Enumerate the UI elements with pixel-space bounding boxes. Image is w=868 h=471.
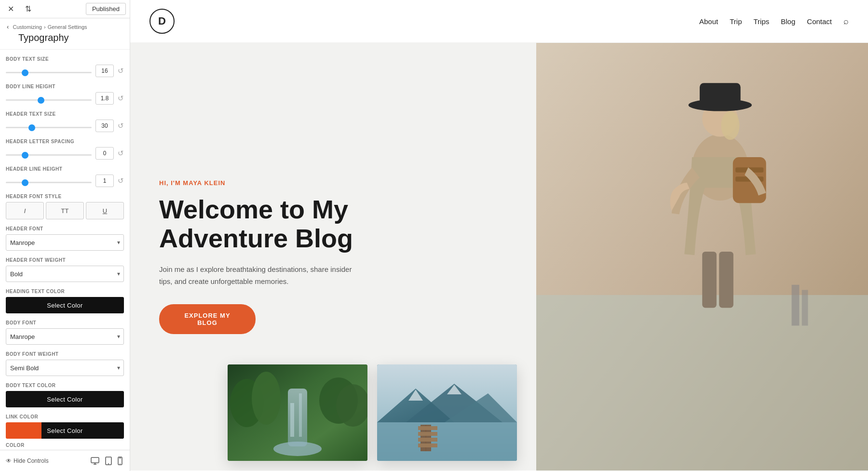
swap-button[interactable]: ⇅	[21, 2, 35, 16]
nav-link-blog[interactable]: Blog	[781, 17, 795, 26]
hero-title: Welcome to My Adventure Blog	[159, 195, 400, 253]
breadcrumb-sep1: ›	[44, 24, 46, 30]
header-font-weight-label: HEADER FONT WEIGHT	[6, 257, 124, 263]
header-letter-spacing-slider-container	[6, 149, 92, 158]
hero-subtitle: Join me as I explore breathtaking destin…	[159, 263, 352, 288]
bottom-cards	[228, 364, 517, 461]
body-text-size-reset[interactable]: ↺	[118, 67, 124, 75]
header-line-height-row: 1 ↺	[6, 175, 124, 187]
header-text-size-row: 30 ↺	[6, 120, 124, 132]
body-text-size-label: BODY TEXT SIZE	[6, 56, 124, 62]
hide-controls-button[interactable]: 👁 Hide Controls	[6, 458, 49, 464]
body-font-weight-label: BODY FONT WEIGHT	[6, 351, 124, 357]
nav-link-about[interactable]: About	[699, 17, 718, 26]
card-image-1	[228, 364, 367, 461]
close-button[interactable]: ✕	[4, 2, 17, 16]
breadcrumb-parent1: Customizing	[13, 24, 42, 30]
svg-rect-23	[377, 422, 517, 461]
header-font-weight-select-wrapper: ThinLightRegularSemi BoldBoldExtra Bold …	[6, 266, 124, 282]
body-line-height-slider[interactable]	[6, 99, 92, 101]
svg-rect-37	[699, 83, 740, 108]
site-logo: D	[149, 9, 175, 34]
body-text-color-btn[interactable]: Select Color	[6, 391, 124, 407]
body-font-weight-select[interactable]: ThinLightRegularSemi BoldBold	[6, 360, 124, 376]
published-button[interactable]: Published	[86, 3, 126, 15]
tablet-device-button[interactable]	[103, 455, 114, 467]
svg-rect-33	[801, 290, 808, 325]
right-panel: D About Trip Trips Blog Contact ⌕ HI, I'…	[130, 0, 868, 471]
body-font-select-wrapper: ManropeRobotoOpen SansLato ▾	[6, 328, 124, 345]
header-font-select-wrapper: ManropeRobotoOpen SansLato ▾	[6, 234, 124, 251]
italic-btn[interactable]: I	[6, 202, 44, 219]
body-font-label: BODY FONT	[6, 320, 124, 325]
header-letter-spacing-reset[interactable]: ↺	[118, 149, 124, 158]
mobile-device-button[interactable]	[116, 455, 124, 467]
svg-point-38	[721, 111, 739, 140]
body-line-height-row: 1.8 ↺	[6, 92, 124, 105]
header-line-height-slider[interactable]	[6, 182, 92, 183]
body-text-size-value: 16	[95, 65, 114, 77]
svg-rect-15	[299, 393, 302, 437]
svg-point-4	[108, 463, 109, 464]
heading-text-color-btn[interactable]: Select Color	[6, 297, 124, 313]
heading-text-color-label: HEADING TEXT COLOR	[6, 289, 124, 294]
header-letter-spacing-row: 0 ↺	[6, 147, 124, 160]
underline-btn[interactable]: U	[86, 202, 124, 219]
body-text-size-row: 16 ↺	[6, 65, 124, 77]
header-font-style-label: HEADER FONT STYLE	[6, 194, 124, 199]
header-font-weight-select[interactable]: ThinLightRegularSemi BoldBoldExtra Bold	[6, 266, 124, 282]
search-icon[interactable]: ⌕	[843, 16, 849, 27]
header-line-height-slider-container	[6, 176, 92, 185]
breadcrumb-area: ‹ Customizing › General Settings Typogra…	[0, 18, 130, 50]
body-text-size-slider[interactable]	[6, 72, 92, 73]
header-text-size-slider[interactable]	[6, 127, 92, 128]
header-font-label: HEADER FONT	[6, 226, 124, 231]
header-line-height-reset[interactable]: ↺	[118, 176, 124, 185]
top-bar: ✕ ⇅ Published	[0, 0, 130, 18]
nav-link-trips[interactable]: Trips	[753, 17, 769, 26]
svg-rect-29	[418, 444, 437, 447]
hero-left: HI, I'M MAYA KLEIN Welcome to My Adventu…	[130, 43, 536, 471]
svg-rect-26	[418, 426, 437, 430]
body-font-select[interactable]: ManropeRobotoOpen SansLato	[6, 328, 124, 345]
svg-rect-43	[719, 252, 733, 308]
hero-right	[536, 43, 868, 471]
svg-rect-31	[536, 295, 868, 471]
body-font-weight-select-wrapper: ThinLightRegularSemi BoldBold ▾	[6, 360, 124, 376]
body-line-height-reset[interactable]: ↺	[118, 94, 124, 103]
header-letter-spacing-label: HEADER LETTER SPACING	[6, 139, 124, 144]
nav-link-trip[interactable]: Trip	[730, 17, 742, 26]
svg-point-16	[273, 442, 322, 456]
header-text-size-reset[interactable]: ↺	[118, 121, 124, 130]
header-letter-spacing-value: 0	[95, 147, 114, 160]
body-line-height-value: 1.8	[95, 92, 114, 105]
desktop-device-button[interactable]	[89, 455, 101, 467]
header-text-size-value: 30	[95, 120, 114, 132]
site-nav-links: About Trip Trips Blog Contact ⌕	[699, 16, 849, 27]
svg-rect-42	[702, 252, 717, 308]
header-line-height-value: 1	[95, 175, 114, 187]
link-color-btn[interactable]: Select Color	[6, 422, 124, 439]
svg-rect-27	[418, 432, 437, 436]
hero-cta-button[interactable]: EXPLORE MY BLOG	[159, 304, 256, 334]
device-buttons	[89, 455, 124, 467]
link-color-label: LINK COLOR	[6, 414, 124, 419]
header-letter-spacing-slider[interactable]	[6, 154, 92, 156]
body-line-height-slider-container	[6, 94, 92, 103]
header-text-size-slider-container	[6, 121, 92, 130]
card-image-2	[377, 364, 517, 461]
header-font-select[interactable]: ManropeRobotoOpen SansLato	[6, 234, 124, 251]
back-button[interactable]: ‹	[7, 23, 9, 30]
panel-scroll: BODY TEXT SIZE 16 ↺ BODY LINE HEIGHT 1.8…	[0, 50, 130, 471]
body-line-height-label: BODY LINE HEIGHT	[6, 84, 124, 89]
header-font-style-row: I TT U	[6, 202, 124, 219]
svg-rect-32	[791, 285, 799, 326]
small-caps-btn[interactable]: TT	[46, 202, 84, 219]
svg-rect-28	[418, 438, 437, 442]
nav-link-contact[interactable]: Contact	[807, 17, 832, 26]
breadcrumb-parent2: General Settings	[48, 24, 87, 30]
body-text-size-slider-container	[6, 67, 92, 75]
svg-rect-0	[91, 458, 99, 463]
color-section-label: COLOR	[6, 443, 124, 448]
svg-point-6	[120, 463, 121, 464]
